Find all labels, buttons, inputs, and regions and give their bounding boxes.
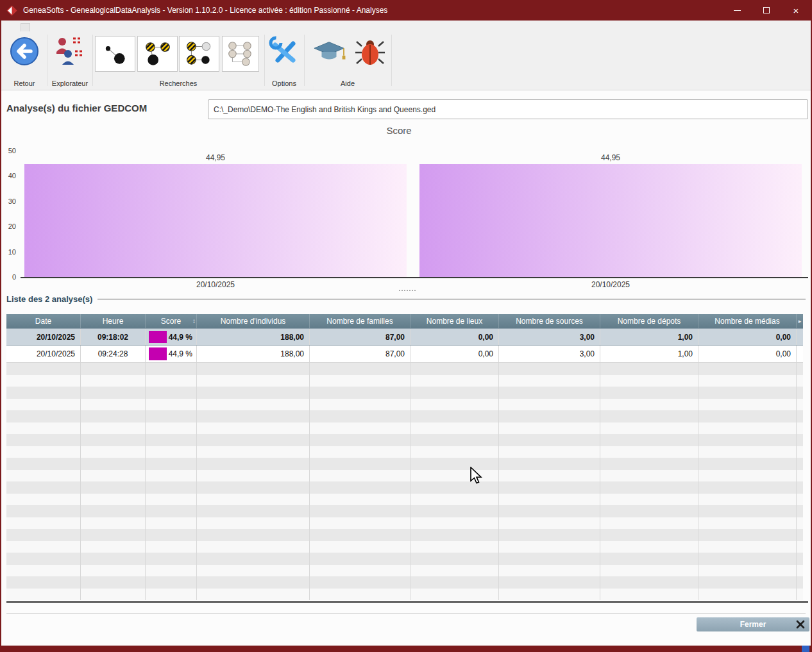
empty-cell <box>499 481 600 494</box>
cell-date: 20/10/2025 <box>6 346 81 362</box>
empty-cell <box>146 494 197 506</box>
empty-cell <box>6 399 81 411</box>
empty-table-row[interactable] <box>6 446 803 458</box>
empty-cell <box>146 363 197 375</box>
empty-cell <box>410 589 499 601</box>
empty-cell <box>6 517 81 530</box>
empty-cell <box>81 505 146 517</box>
empty-cell <box>499 517 600 530</box>
empty-table-row[interactable] <box>6 410 803 422</box>
column-header-heure[interactable]: Heure <box>81 314 146 328</box>
empty-table-row[interactable] <box>6 422 803 435</box>
empty-cell <box>197 589 310 601</box>
empty-cell <box>410 517 499 530</box>
back-button-label: Retour <box>1 79 47 87</box>
search-graph-button-1[interactable] <box>95 36 135 72</box>
empty-cell <box>499 399 600 411</box>
close-dialog-label: Fermer <box>740 620 766 629</box>
sort-icon: ↕ <box>192 314 196 328</box>
splitter-handle[interactable] <box>399 290 416 291</box>
empty-cell <box>146 375 197 387</box>
search-graph-button-2[interactable] <box>137 36 178 72</box>
minimize-button[interactable] <box>722 0 752 21</box>
empty-cell <box>310 363 410 375</box>
empty-table-row[interactable] <box>6 434 803 446</box>
column-header-medias[interactable]: Nombre de médias <box>698 314 797 328</box>
empty-table-row[interactable] <box>6 541 803 553</box>
empty-cell <box>797 387 803 399</box>
empty-table-row[interactable] <box>6 517 803 530</box>
bar-value-label: 44,95 <box>419 153 802 162</box>
empty-table-row[interactable] <box>6 553 803 565</box>
empty-cell <box>698 458 797 470</box>
empty-table-row[interactable] <box>6 505 803 517</box>
empty-cell <box>6 422 81 435</box>
ribbon-tab[interactable] <box>21 23 30 31</box>
empty-cell <box>310 446 410 458</box>
empty-cell <box>410 470 499 482</box>
empty-cell <box>197 553 310 565</box>
empty-table-row[interactable] <box>6 387 803 399</box>
maximize-icon <box>763 7 770 13</box>
empty-table-row[interactable] <box>6 375 803 387</box>
bug-report-button[interactable] <box>354 37 386 69</box>
empty-table-row[interactable] <box>6 458 803 470</box>
empty-cell <box>310 505 410 517</box>
empty-cell <box>6 458 81 470</box>
table-row-2[interactable]: 20/10/2025 09:24:28 44,9 % 188,00 87,00 … <box>6 346 803 363</box>
search-graph-button-4[interactable] <box>222 36 259 72</box>
empty-cell <box>600 446 698 458</box>
empty-table-row[interactable] <box>6 589 803 601</box>
cell-depots: 1,00 <box>600 346 698 362</box>
cell-medias: 0,00 <box>698 346 797 362</box>
empty-cell <box>310 517 410 530</box>
close-button[interactable]: × <box>781 0 811 21</box>
empty-cell <box>698 363 797 375</box>
empty-cell <box>600 434 698 446</box>
column-header-lieux[interactable]: Nombre de lieux <box>410 314 499 328</box>
empty-table-row[interactable] <box>6 576 803 589</box>
empty-cell <box>81 375 146 387</box>
close-dialog-button[interactable]: Fermer <box>697 617 809 631</box>
search-graph-button-3[interactable] <box>179 36 219 72</box>
column-scroll-arrow[interactable]: ▸ <box>797 314 803 328</box>
empty-table-row[interactable] <box>6 481 803 494</box>
cell-heure: 09:18:02 <box>81 329 146 345</box>
empty-table-row[interactable] <box>6 529 803 541</box>
column-header-date[interactable]: Date <box>6 314 81 328</box>
empty-cell <box>310 410 410 422</box>
explorer-button[interactable] <box>54 35 85 67</box>
empty-cell <box>499 458 600 470</box>
column-header-familles[interactable]: Nombre de familles <box>310 314 410 328</box>
empty-table-row[interactable] <box>6 494 803 506</box>
empty-cell <box>410 410 499 422</box>
maximize-button[interactable] <box>752 0 781 21</box>
empty-cell <box>197 399 310 411</box>
empty-table-row[interactable] <box>6 399 803 411</box>
empty-cell <box>410 505 499 517</box>
empty-table-row[interactable] <box>6 565 803 577</box>
empty-table-row[interactable] <box>6 363 803 375</box>
empty-cell <box>410 399 499 411</box>
gedcom-path-input[interactable] <box>208 99 808 119</box>
column-header-score[interactable]: Score↕ <box>146 314 197 328</box>
empty-cell <box>81 410 146 422</box>
bar-value-label: 44,95 <box>24 153 407 162</box>
back-button[interactable] <box>9 36 40 67</box>
column-header-individus[interactable]: Nombre d'individus <box>197 314 310 328</box>
empty-cell <box>81 541 146 553</box>
column-header-sources[interactable]: Nombre de sources <box>499 314 600 328</box>
help-button[interactable] <box>311 37 347 68</box>
score-progress-bar <box>149 331 167 343</box>
empty-cell <box>81 422 146 435</box>
empty-table-row[interactable] <box>6 470 803 482</box>
resize-grip[interactable] <box>802 646 809 652</box>
table-row-1[interactable]: 20/10/2025 09:18:02 44,9 % 188,00 87,00 … <box>6 328 803 346</box>
search-group-label: Recherches <box>92 79 264 87</box>
analyses-table: Date Heure Score↕ Nombre d'individus Nom… <box>6 314 803 600</box>
column-header-depots[interactable]: Nombre de dépots <box>600 314 698 328</box>
graph-dots-icon <box>101 40 130 67</box>
empty-cell <box>146 458 197 470</box>
options-button[interactable] <box>267 35 301 68</box>
empty-cell <box>410 529 499 541</box>
